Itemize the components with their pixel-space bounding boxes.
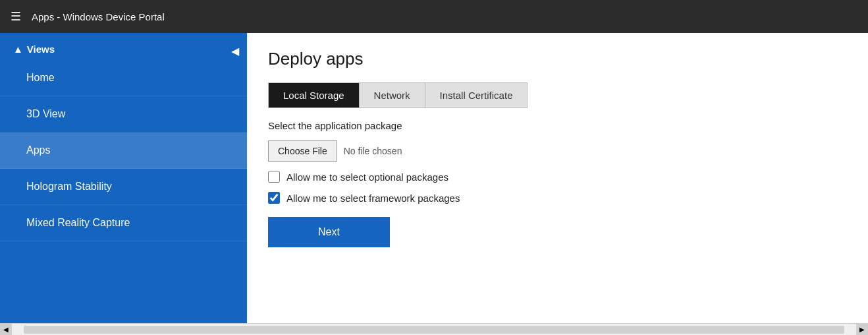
optional-packages-label: Allow me to select optional packages bbox=[286, 171, 448, 183]
sidebar-item-hologram-stability[interactable]: Hologram Stability bbox=[0, 169, 247, 205]
tab-install-certificate[interactable]: Install Certificate bbox=[425, 83, 528, 107]
framework-packages-row: Allow me to select framework packages bbox=[268, 192, 847, 204]
topbar-title: Apps - Windows Device Portal bbox=[32, 11, 165, 22]
bottom-scrollbar: ◀ ▶ bbox=[0, 323, 868, 335]
optional-packages-checkbox[interactable] bbox=[268, 171, 280, 183]
page-title: Deploy apps bbox=[268, 49, 847, 69]
sidebar-collapse-button[interactable]: ◀ bbox=[223, 40, 247, 63]
topbar: ☰ Apps - Windows Device Portal bbox=[0, 0, 868, 33]
tabs-container: Local Storage Network Install Certificat… bbox=[268, 82, 528, 108]
scrollbar-right-arrow[interactable]: ▶ bbox=[856, 324, 868, 336]
tab-network[interactable]: Network bbox=[360, 83, 425, 107]
choose-file-button[interactable]: Choose File bbox=[268, 140, 337, 162]
sidebar-item-mixed-reality-capture[interactable]: Mixed Reality Capture bbox=[0, 205, 247, 241]
sidebar-item-home[interactable]: Home bbox=[0, 60, 247, 96]
sidebar-section-label: Views bbox=[27, 44, 55, 55]
hamburger-icon[interactable]: ☰ bbox=[11, 9, 21, 24]
sidebar-item-apps[interactable]: Apps bbox=[0, 133, 247, 169]
main-area: ◀ ▲ Views Home 3D View Apps Hologram Sta… bbox=[0, 33, 868, 323]
scrollbar-left-arrow[interactable]: ◀ bbox=[0, 324, 12, 336]
file-input-row: Choose File No file chosen bbox=[268, 140, 847, 162]
no-file-text: No file chosen bbox=[344, 146, 402, 156]
framework-packages-label: Allow me to select framework packages bbox=[286, 193, 460, 204]
framework-packages-checkbox[interactable] bbox=[268, 192, 280, 204]
content-area: Deploy apps Local Storage Network Instal… bbox=[247, 33, 868, 323]
optional-packages-row: Allow me to select optional packages bbox=[268, 171, 847, 183]
select-package-label: Select the application package bbox=[268, 120, 847, 131]
tab-local-storage[interactable]: Local Storage bbox=[269, 83, 360, 107]
sidebar-item-3d-view[interactable]: 3D View bbox=[0, 96, 247, 133]
deploy-form: Select the application package Choose Fi… bbox=[268, 120, 847, 247]
next-button[interactable]: Next bbox=[268, 217, 390, 247]
sidebar: ◀ ▲ Views Home 3D View Apps Hologram Sta… bbox=[0, 33, 247, 323]
sidebar-section-arrow: ▲ bbox=[13, 44, 23, 55]
sidebar-section-header: ▲ Views bbox=[0, 33, 247, 60]
scrollbar-track[interactable] bbox=[24, 326, 844, 334]
